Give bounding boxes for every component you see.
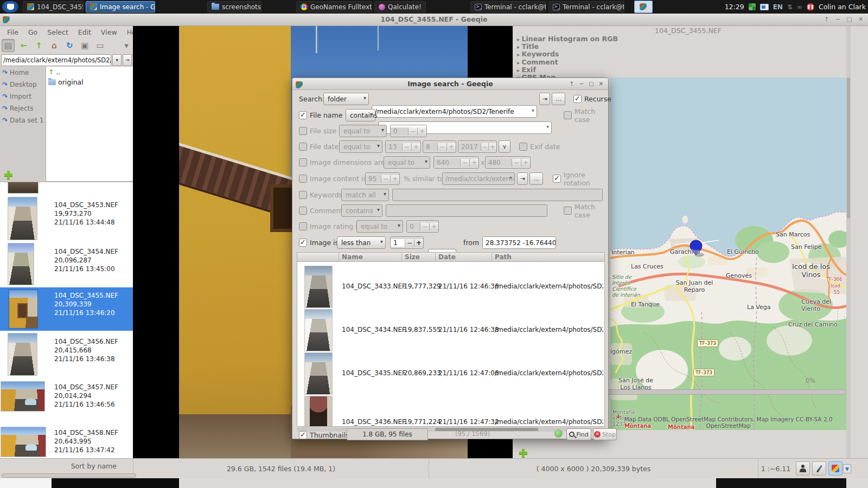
file-name-checkbox[interactable] [299, 111, 307, 119]
browse-button[interactable]: ... [529, 172, 543, 185]
minimize-window-button[interactable]: ─ [578, 80, 585, 87]
rating-value[interactable]: 0 [407, 223, 420, 230]
menu-view[interactable]: View [97, 27, 121, 37]
match-case-checkbox[interactable] [564, 207, 572, 215]
active-app-indicator[interactable] [634, 1, 653, 13]
recurse-checkbox[interactable] [573, 95, 582, 103]
image-content-checkbox[interactable] [299, 175, 307, 183]
sidebar-scrollbar[interactable] [846, 26, 851, 458]
result-row[interactable]: 104_DSC_3435.NEF 20,869,233 21/11/16 12:… [297, 352, 605, 395]
up-button[interactable]: ↑ [33, 39, 46, 52]
keyboard-layout-indicator[interactable]: EN [773, 3, 783, 11]
column-path[interactable]: Path [495, 253, 512, 261]
search-type-select[interactable]: folder [323, 93, 369, 105]
file-row[interactable]: 104_DSC_3458.NEF20,643,99521/11/16 13:47… [0, 423, 133, 458]
folder-row-original[interactable]: original [46, 77, 133, 87]
bookmark-home[interactable]: ↷Home [0, 67, 46, 79]
file-name-op-select[interactable]: contains [346, 109, 375, 121]
path-input[interactable]: /media/cclark/extern4/photos/SD2/Ten [1, 54, 111, 66]
result-row[interactable]: 104_DSC_3434.NEF 19,837,555 21/11/16 12:… [297, 309, 605, 352]
display-tray-icon[interactable] [760, 4, 769, 10]
back-button[interactable]: ← [17, 39, 30, 52]
menu-go[interactable]: Go [24, 27, 41, 37]
distance-value[interactable]: 1 [391, 239, 405, 247]
bookmark-import[interactable]: ↷Import [0, 91, 46, 102]
exif-date-checkbox[interactable] [519, 143, 527, 151]
add-bookmark-button[interactable] [4, 171, 12, 179]
date-day-value[interactable]: 13 [386, 143, 402, 151]
task-button-image-search[interactable]: Image search - Geeqie [86, 1, 155, 12]
result-row[interactable]: 104_DSC_3433.NEF 19,777,329 21/11/16 12:… [297, 265, 605, 309]
folder-up-row[interactable]: ↑.. [46, 67, 133, 77]
file-date-op-select[interactable]: equal to [339, 140, 382, 153]
maximize-window-button[interactable]: ▢ [845, 15, 853, 23]
thumbnail-partial[interactable] [8, 182, 38, 193]
link-tray-icon[interactable]: ∞ [797, 3, 802, 11]
file-date-checkbox[interactable] [299, 143, 307, 151]
stop-button[interactable]: ✕Stop [593, 428, 617, 440]
find-button[interactable]: Find [566, 428, 591, 440]
bookmark-data-set-1[interactable]: ↷Data set 1 [0, 114, 46, 126]
file-row-selected[interactable]: 104_DSC_3455.NEF20,309,33921/11/16 13:46… [0, 287, 133, 331]
geo-op-select[interactable]: less than [337, 236, 386, 249]
width-value[interactable]: 640 [434, 159, 460, 166]
edit-marks-button[interactable] [812, 461, 826, 476]
exif-rotate-button[interactable] [796, 461, 810, 476]
keywords-checkbox[interactable] [299, 191, 307, 199]
home-button[interactable]: ⌂ [48, 39, 61, 52]
path-go-button[interactable]: ⇥ [517, 172, 528, 185]
keywords-input[interactable] [392, 189, 603, 201]
task-button-geonames[interactable]: GeoNames Fulltextsear... [296, 1, 372, 12]
refresh-button[interactable]: ↻ [63, 39, 76, 52]
menu-edit[interactable]: Edit [74, 27, 95, 37]
file-row[interactable]: 104_DSC_3454.NEF20,096,28721/11/16 13:45… [0, 242, 133, 287]
path-go-button[interactable]: ⇥ [539, 93, 550, 105]
main-window-titlebar[interactable]: 104_DSC_3455.NEF - Geeqie ↑ ─ ▢ ✕ [0, 14, 868, 26]
show-desktop-icon[interactable] [2, 1, 18, 12]
path-go-button[interactable]: ⇥ [123, 54, 132, 66]
keywords-op-select[interactable]: match all [341, 189, 389, 201]
session-tray-icon[interactable]: ❚❚ [807, 3, 814, 11]
updates-tray-icon[interactable] [749, 3, 756, 10]
match-case-checkbox[interactable] [564, 111, 572, 119]
bookmark-rejects[interactable]: ↷Rejects [0, 102, 46, 114]
map-horizontal-scrollbar[interactable] [567, 389, 846, 395]
file-size-value[interactable]: 0 [391, 127, 408, 135]
thumbnails-checkbox[interactable] [299, 431, 307, 439]
task-button-terminal-1[interactable]: >_Terminal - cclark@talltr... [470, 1, 546, 12]
comment-checkbox[interactable] [299, 207, 307, 215]
close-window-button[interactable]: ✕ [597, 80, 605, 87]
column-size[interactable]: Size [405, 253, 420, 261]
dialog-titlebar[interactable]: Image search - Geeqie ↑ ─ ▢ ✕ [292, 78, 608, 90]
section-title[interactable]: Title [517, 43, 618, 50]
coordinates-input[interactable]: 28.373752 -16.764400 [482, 236, 556, 249]
calendar-dropdown-button[interactable]: ∨ [499, 140, 510, 153]
height-value[interactable]: 480 [486, 159, 512, 166]
section-keywords[interactable]: Keywords [517, 50, 618, 58]
shade-window-button[interactable]: ↑ [822, 15, 831, 23]
browse-button[interactable]: ... [552, 93, 565, 105]
similar-path-input[interactable]: /media/cclark/extern4/p [442, 172, 515, 185]
file-row[interactable]: 104_DSC_3456.NEF20,415,66821/11/16 13:46… [0, 332, 133, 377]
color-management-button[interactable] [828, 461, 843, 476]
rating-op-select[interactable]: equal to [356, 220, 403, 233]
user-name[interactable]: Colin an Clark [819, 3, 866, 11]
file-size-op-select[interactable]: equal to [339, 125, 387, 137]
date-year-value[interactable]: 2017 [458, 143, 481, 151]
result-row[interactable]: 104_DSC_3436.NEF 19,771,224 21/11/16 12:… [297, 395, 605, 427]
close-window-button[interactable]: ✕ [857, 15, 865, 23]
image-rating-checkbox[interactable] [299, 222, 307, 230]
image-is-checkbox[interactable] [299, 239, 307, 247]
image-dimensions-checkbox[interactable] [299, 158, 307, 166]
section-histogram[interactable]: Linear Histogram on RGB [517, 35, 618, 43]
menu-file[interactable]: File [3, 27, 22, 37]
file-row[interactable]: 104_DSC_3457.NEF20,014,29421/11/16 13:46… [0, 377, 133, 423]
section-comment[interactable]: Comment [517, 59, 618, 66]
column-name[interactable]: Name [342, 253, 363, 261]
similarity-value[interactable]: 95 [366, 175, 381, 183]
toolbar-overflow-button[interactable]: ▾ [120, 39, 133, 52]
comment-input[interactable] [386, 204, 547, 217]
section-exif[interactable]: Exif [517, 66, 618, 74]
hide-bars-button[interactable]: ▭ [94, 39, 107, 52]
date-month-value[interactable]: 8 [423, 143, 437, 151]
